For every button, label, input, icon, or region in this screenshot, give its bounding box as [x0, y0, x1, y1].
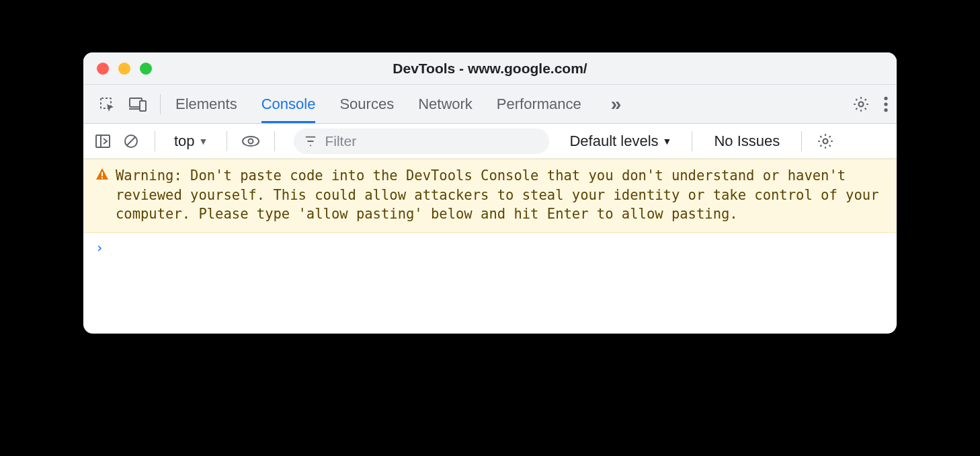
- levels-label: Default levels: [569, 132, 658, 150]
- console-prompt[interactable]: ›: [83, 233, 897, 262]
- window-title: DevTools - www.google.com/: [83, 61, 897, 77]
- prompt-chevron-icon: ›: [95, 239, 104, 256]
- issues-label[interactable]: No Issues: [704, 132, 789, 150]
- more-options-icon[interactable]: [883, 96, 889, 113]
- warning-text: Warning: Don't paste code into the DevTo…: [116, 166, 885, 224]
- divider: [801, 131, 802, 151]
- divider: [160, 94, 161, 114]
- tab-performance[interactable]: Performance: [497, 85, 581, 123]
- devtools-window: DevTools - www.google.com/ Elements Cons…: [83, 52, 897, 334]
- svg-point-12: [249, 139, 253, 143]
- live-expression-icon[interactable]: [239, 130, 262, 153]
- svg-point-7: [884, 108, 887, 112]
- warning-body: Don't paste code into the DevTools Conso…: [116, 167, 879, 222]
- warning-label: Warning:: [116, 167, 182, 184]
- dropdown-triangle-icon: ▼: [199, 136, 208, 147]
- divider: [274, 131, 275, 151]
- console-toolbar: top ▼ Default levels ▼ No Issues: [83, 124, 897, 159]
- svg-point-13: [823, 139, 828, 143]
- device-toolbar-icon[interactable]: [126, 93, 149, 116]
- tabbar: Elements Console Sources Network Perform…: [83, 85, 897, 124]
- warning-icon: [95, 167, 109, 224]
- svg-rect-3: [140, 101, 146, 111]
- maximize-window-button[interactable]: [140, 63, 152, 75]
- log-levels-selector[interactable]: Default levels ▼: [561, 132, 680, 150]
- context-selector[interactable]: top ▼: [167, 132, 214, 150]
- divider: [155, 131, 155, 151]
- context-label: top: [174, 132, 195, 150]
- tab-network[interactable]: Network: [418, 85, 473, 123]
- divider: [227, 131, 227, 151]
- tab-elements[interactable]: Elements: [175, 85, 237, 123]
- traffic-lights: [83, 63, 152, 75]
- svg-line-11: [127, 137, 135, 145]
- dropdown-triangle-icon: ▼: [663, 136, 672, 147]
- clear-console-icon[interactable]: [120, 130, 142, 153]
- tab-console[interactable]: Console: [261, 85, 316, 123]
- tab-sources[interactable]: Sources: [339, 85, 394, 123]
- svg-rect-14: [101, 172, 103, 176]
- svg-point-6: [884, 102, 887, 106]
- svg-point-4: [859, 102, 864, 106]
- filter-icon: [304, 135, 317, 147]
- minimize-window-button[interactable]: [118, 63, 130, 75]
- console-body: Warning: Don't paste code into the DevTo…: [83, 159, 897, 334]
- filter-box[interactable]: [294, 128, 549, 154]
- inspect-element-icon[interactable]: [95, 93, 118, 116]
- sidebar-toggle-icon[interactable]: [91, 130, 114, 153]
- warning-message: Warning: Don't paste code into the DevTo…: [83, 159, 897, 233]
- titlebar: DevTools - www.google.com/: [83, 52, 897, 85]
- divider: [692, 131, 692, 151]
- close-window-button[interactable]: [97, 63, 109, 75]
- tabs: Elements Console Sources Network Perform…: [175, 85, 626, 123]
- svg-rect-15: [101, 178, 103, 179]
- filter-input[interactable]: [325, 133, 538, 149]
- console-settings-icon[interactable]: [817, 132, 834, 150]
- settings-icon[interactable]: [852, 96, 870, 113]
- svg-point-5: [884, 96, 887, 100]
- more-tabs-button[interactable]: »: [606, 93, 627, 115]
